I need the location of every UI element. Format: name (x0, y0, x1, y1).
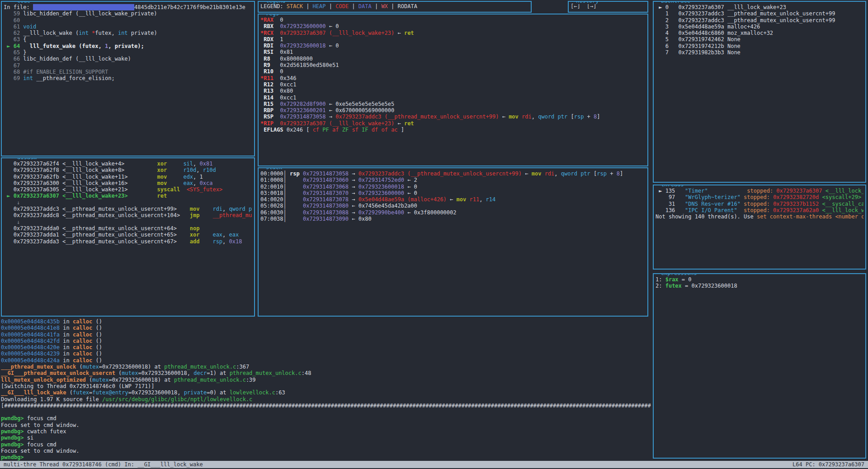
terminal-line: 0x7293237addc3 <__pthread_mutex_unlock_u… (4, 206, 252, 212)
terminal-line: ► 0 0x7293237a6307 __lll_lock_wake+23 (656, 4, 863, 10)
terminal-line: 0x00005e04d48c41fa in calloc () (1, 332, 651, 338)
terminal-line: 0x7293237a62f4 <__lll_lock_wake+4> xor s… (4, 161, 252, 167)
stack-rows: 00:0000│ rsp 0x729314873058 → 0x7293237a… (259, 168, 647, 224)
expressions-panel: expressions 1: $rax = 02: futex = 0x7293… (653, 273, 866, 459)
legend-panel: legend LEGEND: STACK | HEAP | CODE | DAT… (258, 1, 532, 13)
terminal-line: 0x00005e04d48c420e in calloc () (1, 344, 651, 351)
terminal-line: 5 0x729319742462 None (656, 36, 863, 43)
terminal-line: 0x7293237a6305 <__lll_lock_wake+21> sysc… (4, 186, 252, 193)
terminal-line: 67 (4, 62, 252, 69)
terminal-line: [#######################################… (1, 403, 651, 409)
terminal-line: 31 "DNS Res~ver #16" stopped: 0x7293237b… (656, 201, 863, 207)
terminal-line: RBP 0x729323600201 ← 0x6700000569000000 (260, 107, 646, 114)
terminal-line: 6 0x72931974212b None (656, 43, 863, 49)
terminal-line: Focus set to cmd window. (1, 448, 651, 454)
status-bar: multi-thre Thread 0x7293148746 (cmd) In:… (0, 461, 868, 468)
terminal-line: pwndbg> si (1, 435, 651, 441)
disasm-panel-title: disasm (15, 157, 38, 161)
terminal-line (1, 409, 651, 415)
terminal-line: 0x7293237adda0 <__pthread_mutex_unlock_u… (4, 225, 252, 232)
stack-panel-title: stack (264, 167, 284, 171)
terminal-line: 0x7293237adda3 <__pthread_mutex_unlock_u… (4, 238, 252, 245)
backtrace-panel: backtrace ► 0 0x7293237a6307 __lll_lock_… (653, 1, 866, 183)
terminal-line: 4 0x5e04d48c6860 moz_xmalloc+32 (656, 30, 863, 36)
terminal-line: *R11 0x346 (260, 75, 646, 81)
terminal-line: 69 int __pthread_force_elision; (4, 75, 252, 81)
terminal-line: 0x7293237a6300 <__lll_lock_wake+16> mov … (4, 180, 252, 186)
terminal-line: 0x00005e04d48c424a in calloc () (1, 357, 651, 364)
terminal-line: R12 0xcc1 (260, 81, 646, 88)
expression-rows: 1: $rax = 02: futex = 0x729323600018 (654, 274, 865, 292)
code-panel-title: code (15, 1, 32, 4)
terminal-line: 63 { (4, 36, 252, 43)
history-back-button[interactable]: [←] (571, 3, 580, 9)
terminal-line: R14 0xcc1 (260, 95, 646, 101)
terminal-line: 97 "WrGlyph~terizer" stopped: 0x72932382… (656, 194, 863, 200)
terminal-line: ↓ (4, 219, 252, 225)
terminal-line: 68 #if ENABLE_ELISION_SUPPORT (4, 69, 252, 75)
terminal-line: pwndbg> cwatch futex (1, 428, 651, 435)
terminal-line: 0x00005e04d48c435b in calloc () (1, 318, 651, 325)
terminal-line: 05:0028│ 0x729314873080 ← 0x7456e45da42b… (260, 203, 646, 209)
terminal-line: 3 0x5e04d48ae59a malloc+426 (656, 24, 863, 30)
terminal-line: 59 libc_hidden_def (__lll_lock_wake_priv… (4, 10, 252, 17)
terminal-line: 01:0008│ 0x729314873060 → 0x729314752ed0… (260, 177, 646, 183)
legend-panel-title: legend (264, 1, 287, 4)
terminal-line: 0x00005e04d48c41e8 in calloc () (1, 325, 651, 331)
terminal-line: ► 64 lll_futex_wake (futex, 1, private); (4, 43, 252, 49)
terminal-line: RDI 0x729323600018 ← 0 (260, 43, 646, 49)
terminal-line: R10 0 (260, 68, 646, 75)
terminal-line: In file: 4845db211e7b42c7176f9be21b8301e… (4, 4, 252, 10)
terminal-line: 2: futex = 0x729323600018 (656, 283, 863, 289)
terminal-line: 7 0x72931982b3b3 None (656, 49, 863, 56)
terminal-line: R8 0x80008000 (260, 56, 646, 62)
terminal-line: R13 0x80 (260, 88, 646, 94)
terminal-line: *RIP 0x7293237a6307 (__lll_lock_wake+23)… (260, 120, 646, 127)
terminal-line: __GI___pthread_mutex_unlock_usercnt (mut… (1, 370, 651, 376)
terminal-line: 03:0018│ 0x729314873070 → 0x729323600000… (260, 190, 646, 196)
terminal-line: 0x7293237a62fb <__lll_lock_wake+11> mov … (4, 174, 252, 180)
terminal-line: EFLAGS 0x246 [ cf PF af ZF sf IF df of a… (260, 127, 646, 133)
terminal-line: pwndbg> (1, 454, 651, 460)
terminal-line: 62 __lll_lock_wake (int *futex, int priv… (4, 30, 252, 36)
terminal-line: 65 } (4, 49, 252, 56)
terminal-line: 0x7293237addc8 <__pthread_mutex_unlock_u… (4, 212, 252, 218)
terminal-line: 07:0038│ 0x729314873090 ← 0x80 (260, 216, 646, 222)
threads-panel-title: threads (659, 185, 686, 188)
terminal-line: 06:0030│ 0x729314873088 → 0x7292990be400… (260, 209, 646, 216)
history-panel: history [←][→] (568, 1, 648, 13)
stack-panel: stack 00:0000│ rsp 0x729314873058 → 0x72… (258, 167, 648, 317)
backtrace-panel-title: backtrace (659, 1, 692, 4)
disassembly-panel: disasm 0x7293237a62f4 <__lll_lock_wake+4… (1, 157, 255, 317)
terminal-line: 1 0x7293237addc3 __pthread_mutex_unlock_… (656, 10, 863, 17)
terminal-line: Focus set to cmd window. (1, 422, 651, 428)
terminal-line: __GI___lll_lock_wake (futex=futex@entry=… (1, 389, 651, 396)
terminal-line: 0x00005e04d48c4239 in calloc () (1, 351, 651, 357)
terminal-line: RDX 1 (260, 36, 646, 43)
history-forward-button[interactable]: [→] (587, 3, 597, 9)
status-right: L64 PC: 0x7293237a6307 (793, 461, 864, 468)
terminal-line: Downloading 1.97 K source file /usr/src/… (1, 396, 651, 403)
status-left: multi-thre Thread 0x7293148746 (cmd) In:… (4, 461, 203, 468)
terminal-screen[interactable]: code In file: 4845db211e7b42c7176f9be21b… (0, 0, 868, 469)
terminal-line: ► 0x7293237a6307 <__lll_lock_wake+23> re… (4, 193, 252, 199)
terminal-line: ↓ (4, 199, 252, 206)
code-lines: In file: 4845db211e7b42c7176f9be21b8301e… (2, 2, 254, 84)
terminal-line: Not showing 140 thread(s). Use set conte… (656, 213, 863, 220)
terminal-line: RBX 0x729323600000 ← 0 (260, 23, 646, 29)
terminal-line: R15 0x729282d8f900 ← 0xe5e5e5e5e5e5e5e5 (260, 101, 646, 107)
terminal-line: ___pthread_mutex_unlock (mutex=0x7293236… (1, 364, 651, 370)
terminal-line: ► 135 "Timer" stopped: 0x7293237a6307 <_… (656, 188, 863, 194)
terminal-line: [Switching to Thread 0x7293148746c0 (LWP… (1, 383, 651, 389)
expressions-panel-title: expressions (659, 273, 698, 276)
terminal-scrollback[interactable]: 0x00005e04d48c435b in calloc ()0x00005e0… (1, 318, 651, 461)
terminal-line: *RAX 0 (260, 17, 646, 23)
terminal-line: 0x7293237a62f8 <__lll_lock_wake+8> xor r… (4, 167, 252, 173)
legend-line: LEGEND: STACK | HEAP | CODE | DATA | WX … (259, 2, 531, 11)
terminal-line: R9 0x2d561850ed580e51 (260, 62, 646, 68)
terminal-line: 02:0010│ 0x729314873068 → 0x729323600018… (260, 184, 646, 190)
terminal-line: 04:0020│ 0x729314873078 → 0x5e04d48ae59a… (260, 196, 646, 203)
terminal-line: 0x00005e04d48c42fd in calloc () (1, 338, 651, 344)
terminal-line: pwndbg> focus cmd (1, 441, 651, 448)
threads-panel: threads ► 135 "Timer" stopped: 0x7293237… (653, 185, 866, 270)
